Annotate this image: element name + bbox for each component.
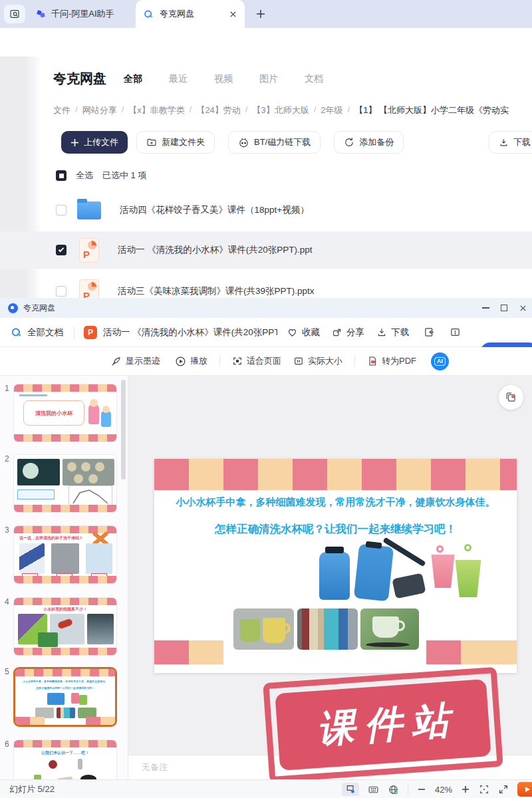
row-checkbox-checked[interactable] [56,245,66,255]
zoom-level: 42% [435,785,452,795]
tab-recent[interactable]: 最近 [169,73,188,85]
select-all-label[interactable]: 全选 [76,170,93,182]
zoom-in-icon[interactable] [461,785,470,794]
show-ink-button[interactable]: 显示墨迹 [110,355,160,367]
file-row-ppt[interactable]: P 活动三《美味凉菜我调制》课件(共39张PPT).pptx [0,273,532,298]
breadcrumb-item[interactable]: 【3】北师大版 [252,104,309,116]
thumb-band [14,598,116,605]
share-icon [332,327,342,338]
pdf-float-button[interactable] [499,385,523,410]
browser-sidebar-toggle-icon[interactable] [4,5,25,23]
actual-size-label: 实际大小 [308,355,342,367]
notes-panel-icon[interactable] [368,784,379,795]
watermark-stamp: 课件站 [263,667,503,783]
download-button[interactable]: 下载 [489,131,532,154]
thumbnails-view-icon[interactable] [342,783,359,796]
row-checkbox[interactable] [56,205,66,215]
file-row-ppt-selected[interactable]: P 活动一 《清洗我的小水杯》课件(共20张PPT).ppt [0,231,532,269]
selection-bar: 全选 已选中 1 项 [56,170,146,182]
new-folder-button[interactable]: 新建文件夹 [136,131,215,154]
minimize-button[interactable] [476,298,495,318]
slide-thumb-4[interactable]: 小水杯里的细菌真不少！ [13,597,117,656]
viewer-download-button[interactable]: 下载 [376,327,409,338]
fullscreen-icon[interactable] [498,784,509,795]
all-docs-button[interactable]: 全部文档 [11,326,63,338]
drive-page: 夸克网盘 全部 最近 视频 图片 文档 文件/ 网站分享/ 【x】非教学类/ 【… [0,57,532,298]
close-window-button[interactable] [513,298,532,318]
quark-favicon [144,9,154,19]
play-button[interactable]: 播放 [175,355,207,367]
slide-thumb-1[interactable]: 清洗我的小水杯 [13,384,117,442]
status-controls: 42% [342,780,532,798]
slide-line2: 怎样正确清洗水杯呢？让我们一起来继续学习吧！ [154,522,517,537]
download-icon [499,138,509,148]
fit-page-label: 适合页面 [247,355,281,367]
tab-qianwen[interactable]: 千问-阿里AI助手 [28,0,134,28]
breadcrumb-item[interactable]: 文件 [53,104,70,116]
upload-button[interactable]: 上传文件 [61,131,128,154]
thumb-line1: 小小水杯手中拿，多种细菌难发现，常用常洗才干净，健康饮水身体佳。 [15,680,115,683]
slides-sidebar: 1 清洗我的小水杯 2 [0,376,128,779]
maximize-button[interactable] [495,298,513,318]
breadcrumb-item[interactable]: 网站分享 [82,104,117,116]
tab-quark[interactable]: 夸克网盘 [136,0,245,28]
close-tab-icon[interactable] [229,11,237,18]
slide-thumb-6[interactable]: 让我们来认识一下……吧！ [13,739,117,779]
play-circle-icon [175,356,186,367]
save-to-drive-icon[interactable] [424,327,435,338]
slide-thumb-3[interactable]: 说一说，这样清洗的杯子洗干净吗？ [13,525,117,584]
new-folder-label: 新建文件夹 [162,136,205,148]
thumb-bottle-mini [47,693,65,705]
file-row-folder[interactable]: 活动四《花样饺子香又美》课件（18ppt+视频） [0,192,532,229]
slide-top-band [154,459,517,490]
tab-doc[interactable]: 文档 [305,73,323,85]
glass-cup [372,616,399,638]
fit-screen-icon[interactable] [479,784,489,795]
thumb-band [15,669,115,676]
petri-dot [95,462,104,471]
row-checkbox[interactable] [56,286,66,297]
tab-all[interactable]: 全部 [124,73,142,85]
petri-dot [74,474,83,483]
video-play-button[interactable] [517,782,532,797]
breadcrumb-item[interactable]: 【24】劳动 [196,104,240,116]
thumb-girl-head [90,399,98,407]
viewer-toolbar: 全部文档 P 活动一 《清洗我的小水杯》课件(共20张PPT) 收藏 分享 下载 [0,318,532,347]
glass-handle [398,620,405,631]
zoom-out-icon[interactable] [417,785,426,794]
thumb-petri-circle [23,463,39,479]
window-title: 夸克网盘 [23,303,55,314]
slide-thumb-5-selected[interactable]: 小小水杯手中拿，多种细菌难发现，常用常洗才干净，健康饮水身体佳。 怎样正确清洗水… [13,667,117,727]
mug-handle [283,623,291,634]
ai-assistant-button[interactable]: AI [431,352,449,370]
slide-thumb-2[interactable] [13,454,117,513]
translate-globe-icon[interactable] [388,784,399,795]
tab-video[interactable]: 视频 [214,73,233,85]
bt-magnet-button[interactable]: BT/磁力链下载 [228,131,321,154]
fit-page-button[interactable]: 适合页面 [232,355,281,367]
share-button[interactable]: 分享 [332,327,364,338]
thumb-item [49,760,57,769]
browser-tabbar: 千问-阿里AI助手 夸克网盘 [0,0,532,28]
thumb-cup-mini [79,695,87,705]
actual-size-button[interactable]: 实际大小 [293,355,342,367]
tab-image[interactable]: 图片 [259,73,278,85]
new-tab-button[interactable] [254,7,267,21]
screen: 千问-阿里AI助手 夸克网盘 夸克网盘 全部 最近 视频 [0,0,532,798]
window-titlebar[interactable]: 夸克网盘 [0,298,532,318]
to-pdf-button[interactable]: 转为PDF [367,355,416,367]
favorite-button[interactable]: 收藏 [287,327,320,338]
bottle-body [319,552,350,600]
show-ink-label: 显示墨迹 [126,355,160,367]
breadcrumb-item[interactable]: 2年级 [321,104,342,116]
slide-number: 6 [5,739,14,749]
sidebar-scrollbar[interactable] [121,380,126,479]
divider [354,355,355,367]
select-all-checkbox[interactable] [56,170,66,181]
feedback-icon[interactable] [450,327,461,338]
breadcrumb-item[interactable]: 【x】非教学类 [128,104,185,116]
add-backup-button[interactable]: 添加备份 [334,131,404,154]
backup-refresh-icon [344,137,354,148]
slide-number: 5 [5,667,14,676]
share-label: 分享 [346,327,364,338]
